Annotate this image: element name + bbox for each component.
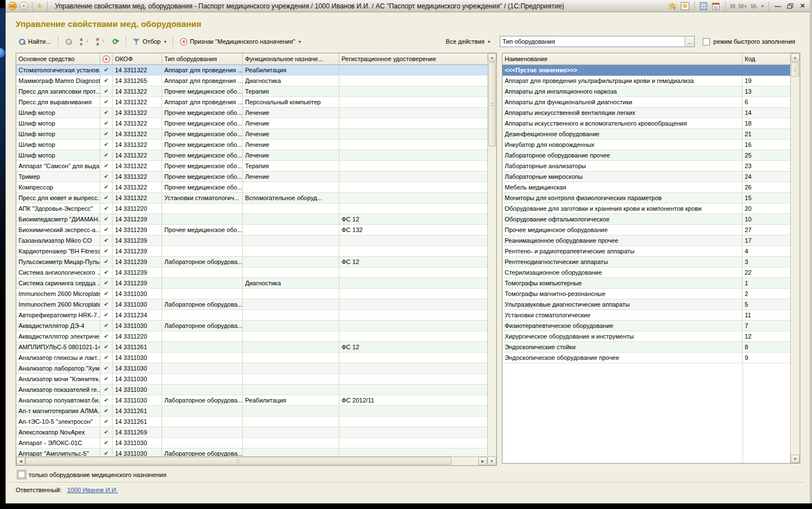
column-header-name[interactable]: Наименование [502,53,742,64]
equipment-type-row[interactable]: Аппараты для функциональной диагностики6 [502,97,790,108]
filter-button[interactable]: Отбор ▾ [130,37,169,47]
equipment-row[interactable]: Маммограф Mamro Diagnost✔14 3311265Аппар… [16,76,487,86]
equipment-row[interactable]: Анализатор показателей ге...✔14 3311030 [16,385,487,395]
memory-plus-button[interactable]: M+ [739,3,748,10]
scroll-up-icon[interactable]: ▲ [791,53,800,62]
scrollbar-thumb[interactable] [488,62,496,146]
cancel-search-button[interactable] [62,37,75,47]
choose-button[interactable]: ... [685,36,694,47]
equipment-row[interactable]: Аквадистиллятор ДЭ-4✔14 3311030Лаборатор… [16,321,487,331]
responsible-link[interactable]: 1000 Иванов И.И. [67,487,118,493]
column-header-okof[interactable]: ОКОФ [113,53,162,64]
equipment-type-row[interactable]: Лабораторные анализаторы23 [502,161,790,172]
favorites-star-icon[interactable]: ★ [36,2,43,10]
equipment-row[interactable]: Шлиф мотор✔14 3311322Прочее медицинское … [16,150,487,161]
only-medical-checkbox[interactable] [18,471,25,478]
column-header-medical-flag[interactable]: + [100,53,113,64]
equipment-type-row[interactable]: Рентгенодиагностические аппараты3 [502,257,790,267]
equipment-type-row[interactable]: Мониторы для контроля физиологических па… [502,193,790,203]
equipment-type-row[interactable]: Ультразвуковые диагностические аппараты5 [502,299,790,310]
close-button[interactable]: ✕ [798,2,807,10]
column-header-function[interactable]: Функциональное назначе... [243,53,339,64]
equipment-row[interactable]: Система скрининга сердца ...✔14 3311239Д… [16,278,487,289]
toolbar-overflow-chevron-icon[interactable]: ▾ [761,3,764,9]
equipment-type-row[interactable]: Аппарат для проведения ультрафильтрации … [502,76,790,86]
equipment-type-row[interactable]: Рентгено- и радиотерапевтические аппарат… [502,246,790,257]
equipment-row[interactable]: Система ангиологического ...✔14 3311239 [16,267,487,278]
equipment-row[interactable]: Аппарат "Самсон" для выда...✔14 3311322П… [16,161,487,172]
equipment-row[interactable]: Апекслокатор NovApex✔14 3311269 [16,427,487,438]
equipment-row[interactable]: Аквадистиллятор электриче...✔14 3311220 [16,331,487,342]
equipment-row[interactable]: АПК "Здоровье-Экспресс"✔14 3311220 [16,203,487,214]
memory-minus-button[interactable]: M- [751,3,758,10]
horizontal-scroll-track[interactable] [25,457,478,465]
equipment-row[interactable]: Ап-т магнитотерапия АЛМА...✔14 3311261 [16,406,487,417]
equipment-row[interactable]: Тример✔14 3311322Прочее медицинское обо.… [16,172,487,182]
equipment-row[interactable]: Пульсоксиметр Мицар-Пульс✔14 3311239Лабо… [16,257,487,267]
equipment-type-row[interactable]: Томографы компьютерные1 [502,278,790,289]
equipment-row[interactable]: Компрессор✔14 3311322Прочее медицинское … [16,182,487,193]
equipment-type-input[interactable] [500,36,695,47]
type-vertical-scrollbar[interactable]: ▲ ▼ [790,53,800,463]
equipment-type-row[interactable]: Аппараты для ингаляционного наркоза13 [502,86,790,97]
equipment-type-row[interactable]: Лабораторные микроскопы24 [502,172,790,182]
equipment-type-row[interactable]: Хирургическое оборудование и инструменты… [502,331,790,342]
column-header-type[interactable]: Тип оборудования [162,53,243,64]
minimize-button[interactable]: — [773,2,782,10]
equipment-type-row[interactable]: Аппараты инскусственной вентиляции легки… [502,108,790,118]
column-header-asset[interactable]: Основное средство [16,53,100,64]
equipment-horizontal-scrollbar[interactable]: ◀ ▶ [16,456,487,465]
equipment-type-row[interactable]: Лабораторное оборудование прочее25 [502,150,790,161]
column-header-code[interactable]: Код [742,53,790,64]
equipment-type-row[interactable]: Прочее медицинское оборудование27 [502,225,790,235]
main-menu-button[interactable]: ▾ [20,2,28,10]
medical-attribute-button[interactable]: + Признак "Медицинского назначения" ▾ [177,37,303,47]
restore-button[interactable] [786,2,795,10]
scroll-left-icon[interactable]: ◀ [16,457,25,465]
equipment-row[interactable]: Пресс для выравнивания✔14 3311322Аппарат… [16,97,487,108]
equipment-type-row[interactable]: <<<Пустое значение>>> [502,65,790,76]
equipment-type-row[interactable]: Реанимационное оборудование прочее17 [502,235,790,246]
equipment-row[interactable]: АМПЛИПУЛЬС-5 0801021-14✔14 3311261ФС 12 [16,342,487,353]
equipment-row[interactable]: Авторефкератометр HRK-7...✔14 3311234 [16,310,487,321]
equipment-type-row[interactable]: Дезинфекционное оборудование21 [502,129,790,140]
equipment-row[interactable]: Анализатор глюкозы и лакт...✔14 3311030 [16,353,487,363]
refresh-button[interactable]: ⟳ [110,36,122,47]
equipment-row[interactable]: Анализатор мочи "Клинитек...✔14 3311030 [16,374,487,385]
equipment-type-row[interactable]: Эндоскопические стойки8 [502,342,790,353]
equipment-row[interactable]: Шлиф мотор✔14 3311322Прочее медицинское … [16,129,487,140]
equipment-row[interactable]: Пресс для загипсовки прот...✔14 3311322П… [16,86,487,97]
equipment-row[interactable]: Пресс для кювет и выпресс...✔14 3311322У… [16,193,487,203]
equipment-type-row[interactable]: Эндоскопическое оборудование прочее9 [502,353,790,363]
equipment-row[interactable]: Шлиф мотор✔14 3311322Прочее медицинское … [16,118,487,129]
add-favorite-icon[interactable] [668,2,677,10]
scrollbar-thumb[interactable] [791,62,799,77]
scroll-down-icon[interactable]: ▼ [487,456,496,465]
equipment-type-row[interactable]: Томографы магнитно-резонансные2 [502,289,790,299]
all-actions-button[interactable]: Все действия ▾ [443,37,493,46]
calendar-icon[interactable]: 31 [712,2,721,10]
equipment-row[interactable]: Аппарат - ЭЛОКС-01С✔14 3311030 [16,438,487,448]
equipment-type-row[interactable]: Физиотерапевтическое оборудование7 [502,321,790,331]
equipment-type-row[interactable]: Инкубатор для новорожденных16 [502,140,790,150]
equipment-row[interactable]: Биохимический экспресс-а...✔14 3311239Пр… [16,225,487,235]
equipment-row[interactable]: Анализатор полуавтомат.би...✔14 3311030Л… [16,395,487,406]
column-header-registration[interactable]: Регистрационное удостоверение [339,53,487,64]
equipment-row[interactable]: Анализатор лаборатор."Хум...✔14 3311030 [16,363,487,374]
equipment-row[interactable]: Газоанализатор Mikro CO✔14 3311239 [16,235,487,246]
equipment-vertical-scrollbar[interactable]: ▲ [487,53,496,456]
equipment-row[interactable]: Ап-тЭС-10-5 "электросон"✔14 3311261 [16,417,487,427]
sort-descending-button[interactable]: ЯА↓ [94,36,108,47]
quick-fill-checkbox[interactable] [703,38,710,45]
equipment-row[interactable]: Стоматологическая установ...✔14 3311322А… [16,65,487,76]
equipment-type-row[interactable]: Установки стоматологические11 [502,310,790,321]
equipment-row[interactable]: Аппарат "Амплипульс-5"✔14 3311030Лаборат… [16,448,487,456]
show-favorites-icon[interactable] [681,2,690,10]
calculator-icon[interactable] [699,2,708,10]
equipment-row[interactable]: Кардиотренажер "BH Fitness"✔14 3311239 [16,246,487,257]
find-button[interactable]: Найти... [16,37,54,47]
equipment-type-row[interactable]: Мебель медицинская26 [502,182,790,193]
scroll-up-icon[interactable]: ▲ [488,53,496,62]
equipment-row[interactable]: Биоимпедасметр "ДИАМАН...✔14 3311239ФС 1… [16,214,487,225]
equipment-type-row[interactable]: Аппараты искусственного и вспомогательно… [502,118,790,129]
